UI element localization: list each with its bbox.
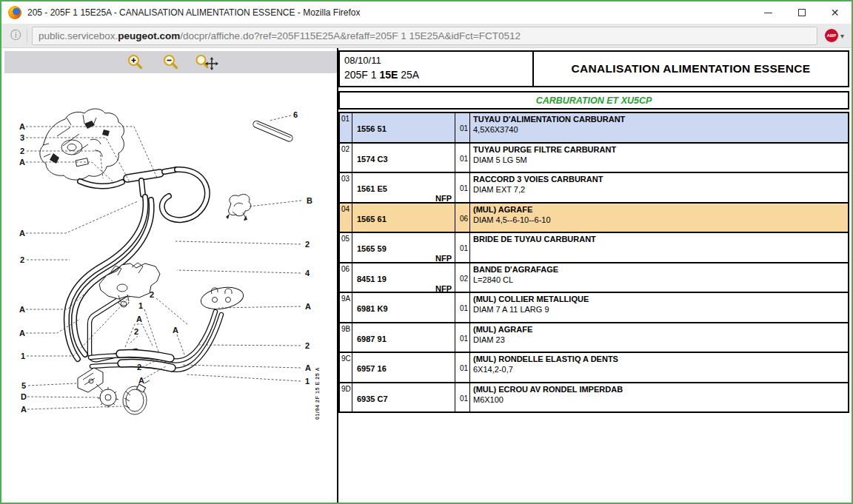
site-info-icon[interactable]: ⓘ	[7, 29, 27, 42]
table-row[interactable]: 05 1565 59 NFP 01 BRIDE DE TUYAU CARBURA…	[338, 232, 849, 263]
diagram-toolbar	[4, 51, 337, 73]
zoom-pan-button[interactable]	[194, 53, 219, 72]
part-number: 6957 16	[357, 364, 387, 373]
part-detail: L=2840 CL	[473, 275, 848, 286]
part-number: 6935 C7	[357, 394, 388, 403]
callout-label: A	[305, 302, 311, 311]
url-path: /docpr/affiche.do?ref=205F115E25A&refaff…	[180, 30, 521, 41]
zoom-out-button[interactable]	[158, 53, 184, 72]
callout-label: 6	[293, 110, 298, 119]
table-row[interactable]: 03 1561 E5 NFP 01 RACCORD 3 VOIES CARBUR…	[338, 172, 849, 204]
row-part-cell: 6935 C7	[352, 383, 455, 412]
adblock-dropdown-caret[interactable]: ▾	[840, 32, 844, 40]
minimize-icon	[764, 13, 772, 13]
row-description-cell: TUYAU D'ALIMENTATION CARBURANT 4,5X6X374…	[470, 113, 848, 142]
close-button[interactable]: ✕	[818, 1, 852, 24]
part-title: (MUL) AGRAFE	[473, 205, 848, 215]
part-title: TUYAU D'ALIMENTATION CARBURANT	[473, 115, 848, 124]
table-row[interactable]: 02 1574 C3 01 TUYAU PURGE FILTRE CARBURA…	[338, 142, 849, 174]
part-quantity: 06	[455, 204, 470, 232]
diagram-panel: 01/94 2F 15 E 25 A A32AA2AA15DA21A2A2A6B…	[1, 48, 337, 503]
part-quantity: 01	[455, 383, 470, 412]
nfp-flag: NFP	[435, 284, 452, 293]
part-number: 1556 51	[357, 124, 387, 133]
callout-label: 2	[20, 255, 24, 264]
url-subdomain: public.servicebox.	[39, 30, 118, 41]
part-detail: DIAM 4,5--6-10--6-10	[473, 215, 848, 226]
page-content: 01/94 2F 15 E 25 A A32AA2AA15DA21A2A2A6B…	[1, 48, 852, 503]
part-title: TUYAU PURGE FILTRE CARBURANT	[473, 145, 848, 155]
close-icon: ✕	[831, 7, 840, 18]
titlebar: 205 - 205F 1 15E25A - CANALISATION ALIME…	[1, 1, 852, 24]
row-part-cell: 1556 51	[352, 113, 455, 142]
callout-label: A	[19, 329, 25, 337]
clamp-drawing	[123, 380, 150, 414]
callout-label: 3	[20, 133, 24, 142]
document-meta: 08/10/11 205F 1 15E 25A	[340, 52, 534, 86]
maximize-icon	[798, 9, 806, 16]
document-header: 08/10/11 205F 1 15E 25A CANALISATION ALI…	[338, 50, 849, 87]
callout-label: 2	[150, 290, 154, 299]
zoom-out-icon	[162, 54, 180, 70]
row-index: 05	[340, 233, 352, 262]
parts-diagram-svg: 01/94 2F 15 E 25 A A32AA2AA15DA21A2A2A6B…	[1, 73, 337, 501]
window-title: 205 - 205F 1 15E25A - CANALISATION ALIME…	[27, 7, 360, 18]
row-part-cell: 8451 19 NFP	[352, 263, 455, 292]
row-index: 9A	[340, 293, 352, 322]
browser-window: 205 - 205F 1 15E25A - CANALISATION ALIME…	[0, 0, 853, 504]
table-row[interactable]: 06 8451 19 NFP 02 BANDE D'AGRAFAGE L=284…	[338, 262, 849, 294]
bracket-drawing	[78, 368, 107, 394]
parts-diagram[interactable]: 01/94 2F 15 E 25 A A32AA2AA15DA21A2A2A6B…	[1, 73, 337, 503]
row-part-cell: 6981 K9	[352, 293, 455, 322]
table-row[interactable]: 01 1556 51 01 TUYAU D'ALIMENTATION CARBU…	[338, 112, 849, 144]
callout-label: D	[21, 392, 27, 401]
row-description-cell: BANDE D'AGRAFAGE L=2840 CL	[470, 263, 848, 292]
callout-label: A	[138, 376, 144, 385]
part-detail: DIAM 5 LG 5M	[473, 155, 848, 166]
callout-label: 1	[305, 377, 310, 386]
table-row[interactable]: 9D 6935 C7 01 (MUL) ECROU AV RONDEL IMPE…	[338, 382, 849, 414]
table-row[interactable]: 9A 6981 K9 01 (MUL) COLLIER METALLIQUE D…	[338, 292, 849, 323]
row-index: 01	[340, 113, 352, 142]
document-reference: 205F 1 15E 25A	[344, 69, 528, 81]
part-title: (MUL) RONDELLE ELASTIQ A DENTS	[473, 355, 848, 364]
table-row[interactable]: 9B 6987 91 01 (MUL) AGRAFE DIAM 23	[338, 322, 849, 354]
row-description-cell: (MUL) RONDELLE ELASTIQ A DENTS 6X14,2-0,…	[470, 353, 848, 382]
row-index: 03	[340, 173, 352, 202]
part-detail: DIAM EXT 7,2	[473, 184, 848, 195]
part-number: 1574 C3	[357, 155, 388, 164]
callout-label: A	[136, 315, 142, 323]
part-title: (MUL) ECROU AV RONDEL IMPERDAB	[473, 385, 848, 394]
callout-label: A	[21, 405, 27, 414]
callout-label: 2	[137, 363, 141, 372]
row-index: 04	[340, 204, 352, 232]
part-title: RACCORD 3 VOIES CARBURANT	[473, 175, 848, 184]
callout-label: 1	[138, 301, 143, 310]
url-input[interactable]: public.servicebox.peugeot.com/docpr/affi…	[32, 27, 817, 45]
table-row[interactable]: 9C 6957 16 01 (MUL) RONDELLE ELASTIQ A D…	[338, 352, 849, 383]
part-number: 1565 61	[357, 215, 387, 224]
callout-label: 2	[134, 327, 138, 336]
category-banner: CARBURATION ET XU5CP	[338, 91, 849, 110]
adblock-label: ABP	[827, 33, 837, 38]
part-quantity: 01	[455, 113, 470, 142]
part-title: BRIDE DE TUYAU CARBURANT	[473, 235, 848, 244]
row-description-cell: BRIDE DE TUYAU CARBURANT	[470, 233, 848, 262]
adblock-icon[interactable]: ABP	[825, 29, 838, 42]
row-description-cell: RACCORD 3 VOIES CARBURANT DIAM EXT 7,2	[470, 173, 848, 202]
part-title: (MUL) COLLIER METALLIQUE	[473, 295, 848, 304]
part-number: 6987 91	[357, 335, 387, 343]
firefox-icon	[8, 6, 21, 19]
minimize-button[interactable]	[752, 1, 785, 24]
table-row[interactable]: 04 1565 61 06 (MUL) AGRAFE DIAM 4,5--6-1…	[338, 202, 849, 234]
maximize-button[interactable]	[785, 1, 818, 24]
row-part-cell: 1561 E5 NFP	[352, 173, 455, 202]
zoom-in-button[interactable]	[123, 53, 148, 72]
url-domain: peugeot.com	[118, 30, 180, 41]
callout-label: A	[19, 122, 25, 131]
row-description-cell: (MUL) COLLIER METALLIQUE DIAM 7 A 11 LAR…	[470, 293, 848, 322]
part-title: (MUL) AGRAFE	[473, 325, 848, 335]
diagram-plate-ref: 01/94 2F 15 E 25 A	[315, 367, 320, 420]
part-quantity: 01	[455, 173, 470, 202]
callout-label: A	[19, 305, 25, 314]
